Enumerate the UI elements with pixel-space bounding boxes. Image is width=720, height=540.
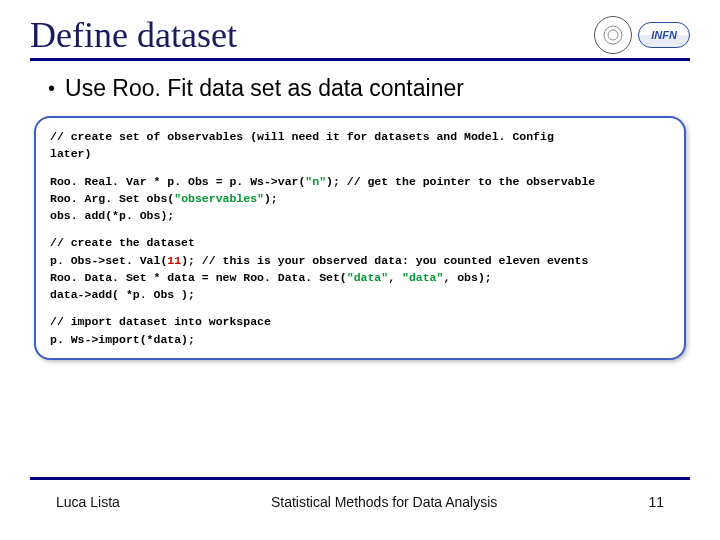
footer-row: Luca Lista Statistical Methods for Data … xyxy=(30,494,690,510)
university-seal-icon xyxy=(594,16,632,54)
code-line: later) xyxy=(50,145,670,162)
code-group-1: // create set of observables (will need … xyxy=(50,128,670,163)
logo-group: INFN xyxy=(594,16,690,54)
footer-divider xyxy=(30,477,690,480)
code-block: // create set of observables (will need … xyxy=(34,116,686,360)
bullet-item: • Use Roo. Fit data set as data containe… xyxy=(48,75,690,102)
infn-logo-icon: INFN xyxy=(638,22,690,48)
code-line: Roo. Real. Var * p. Obs = p. Ws->var("n"… xyxy=(50,173,670,190)
bullet-dot-icon: • xyxy=(48,78,55,98)
footer: Luca Lista Statistical Methods for Data … xyxy=(30,477,690,510)
code-line: p. Ws->import(*data); xyxy=(50,331,670,348)
code-line: // create the dataset xyxy=(50,234,670,251)
code-line: // create set of observables (will need … xyxy=(50,128,670,145)
footer-title: Statistical Methods for Data Analysis xyxy=(271,494,497,510)
code-line: // import dataset into workspace xyxy=(50,313,670,330)
title-row: Define dataset INFN xyxy=(30,14,690,61)
code-line: Roo. Data. Set * data = new Roo. Data. S… xyxy=(50,269,670,286)
code-line: Roo. Arg. Set obs("observables"); xyxy=(50,190,670,207)
svg-point-1 xyxy=(608,30,618,40)
code-group-4: // import dataset into workspace p. Ws->… xyxy=(50,313,670,348)
slide: Define dataset INFN • Use Roo. Fit data … xyxy=(0,0,720,540)
code-line: p. Obs->set. Val(11); // this is your ob… xyxy=(50,252,670,269)
code-group-3: // create the dataset p. Obs->set. Val(1… xyxy=(50,234,670,303)
code-line: data->add( *p. Obs ); xyxy=(50,286,670,303)
svg-point-0 xyxy=(604,26,622,44)
code-line: obs. add(*p. Obs); xyxy=(50,207,670,224)
slide-title: Define dataset xyxy=(30,14,237,56)
footer-page-number: 11 xyxy=(648,494,664,510)
code-group-2: Roo. Real. Var * p. Obs = p. Ws->var("n"… xyxy=(50,173,670,225)
footer-author: Luca Lista xyxy=(56,494,120,510)
bullet-text: Use Roo. Fit data set as data container xyxy=(65,75,464,102)
